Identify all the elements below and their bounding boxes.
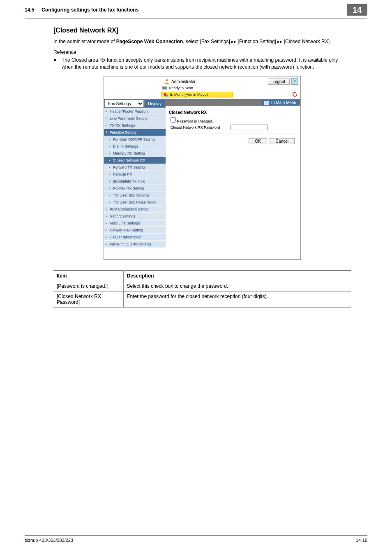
chapter-number: 14	[347, 4, 367, 16]
sidebar-item[interactable]: Header Information	[104, 234, 166, 241]
sidebar-item[interactable]: PBX Connection Setting	[104, 206, 166, 213]
table-cell-desc: Select this check box to change the pass…	[123, 281, 351, 291]
password-field-label: Closed Network RX Password	[169, 125, 231, 130]
sidebar-sub[interactable]: Remote RX	[104, 171, 166, 178]
table-cell-item: [Password is changed.]	[53, 281, 123, 291]
sidebar-sub[interactable]: Incomplete TX Hold	[104, 178, 166, 185]
sidebar-item[interactable]: Network Fax Setting	[104, 227, 166, 234]
help-icon[interactable]: ?	[291, 78, 298, 85]
ok-button[interactable]: OK	[249, 138, 267, 144]
intro-mid1: , select [Fax Settings]	[183, 39, 231, 44]
arrow-icon: ▸▸	[277, 39, 282, 44]
sidebar-item[interactable]: Fax Print Quality Settings	[104, 241, 166, 248]
panel-title: Closed Network RX	[169, 110, 297, 115]
closed-network-password-input[interactable]	[231, 125, 267, 130]
sidebar-sub[interactable]: PC-Fax RX Setting	[104, 185, 166, 192]
table-cell-item: [Closed Network RX Password]	[53, 291, 123, 308]
app-window: Administrator Logout ? Ready to Scan In …	[104, 76, 301, 260]
sidebar-item[interactable]: Report Settings	[104, 213, 166, 220]
svg-rect-1	[162, 87, 167, 90]
sidebar-item[interactable]: Header/Footer Position	[104, 108, 166, 115]
logout-button[interactable]: Logout	[268, 79, 290, 85]
category-select[interactable]: Fax Settings	[105, 100, 144, 107]
divider	[169, 134, 297, 134]
footer-left: bizhub 423/363/283/223	[25, 538, 73, 543]
section-title: Configuring settings for the fax functio…	[42, 7, 347, 13]
sidebar-sub[interactable]: Forward TX Setting	[104, 164, 166, 171]
main-pane: Closed Network RX Password is changed. C…	[166, 106, 300, 153]
admin-mode-pill[interactable]: In Menu (Admin Mode)	[161, 92, 233, 97]
cancel-button[interactable]: Cancel	[270, 138, 295, 144]
table-header-item: Item	[53, 271, 123, 281]
menu-icon	[264, 101, 269, 105]
refresh-icon[interactable]	[292, 91, 298, 97]
table-cell-desc: Enter the password for the closed networ…	[123, 291, 351, 308]
arrow-icon: ▸▸	[231, 39, 236, 44]
table-header-description: Description	[123, 271, 351, 281]
password-changed-label: Password is changed.	[177, 119, 213, 123]
to-main-menu-button[interactable]: To Main Menu	[262, 100, 299, 105]
sidebar-sub[interactable]: TSI User Box Registration	[104, 199, 166, 206]
password-changed-row: Password is changed.	[169, 117, 231, 123]
sidebar: Fax Settings Display Header/Footer Posit…	[104, 99, 166, 259]
footer-right: 14-10	[356, 538, 367, 543]
page-heading: [Closed Network RX]	[53, 27, 351, 34]
sidebar-item[interactable]: Multi Line Settings	[104, 220, 166, 227]
admin-label: Administrator	[171, 79, 196, 84]
description-table: Item Description [Password is changed.] …	[53, 271, 351, 308]
to-main-label: To Main Menu	[270, 100, 296, 105]
user-icon	[164, 79, 170, 84]
sidebar-item[interactable]: Line Parameter Setting	[104, 115, 166, 122]
sidebar-sub[interactable]: Function ON/OFF Setting	[104, 136, 166, 143]
sidebar-sub[interactable]: TSI User Box Settings	[104, 192, 166, 199]
bullet-text: The Closed area Rx function accepts only…	[62, 57, 351, 71]
printer-icon	[161, 86, 167, 90]
svg-rect-2	[163, 86, 166, 87]
section-number: 14.5	[25, 7, 34, 13]
intro-bold: PageScope Web Connection	[116, 39, 183, 44]
table-row: [Password is changed.] Select this check…	[53, 281, 351, 291]
intro-text-pre: In the administrator mode of	[53, 39, 116, 44]
reference-label: Reference	[53, 49, 351, 55]
display-button[interactable]: Display	[145, 100, 165, 107]
password-changed-checkbox[interactable]	[171, 117, 176, 123]
table-row: [Closed Network RX Password] Enter the p…	[53, 291, 351, 308]
intro-paragraph: In the administrator mode of PageScope W…	[53, 38, 351, 45]
sidebar-item[interactable]: TX/RX Settings	[104, 122, 166, 129]
intro-mid2: [Function Setting]	[236, 39, 277, 44]
svg-point-0	[166, 79, 168, 81]
ready-status: Ready to Scan	[169, 86, 193, 90]
intro-post: [Closed Network RX].	[282, 39, 331, 44]
sidebar-sub[interactable]: Memory RX Setting	[104, 150, 166, 157]
sidebar-parent-function-setting[interactable]: Function Setting	[104, 129, 166, 136]
bullet-marker: ●	[53, 57, 62, 71]
sidebar-sub-active[interactable]: Closed Network RX	[104, 157, 166, 164]
sidebar-sub[interactable]: Dial-In Settings	[104, 143, 166, 150]
